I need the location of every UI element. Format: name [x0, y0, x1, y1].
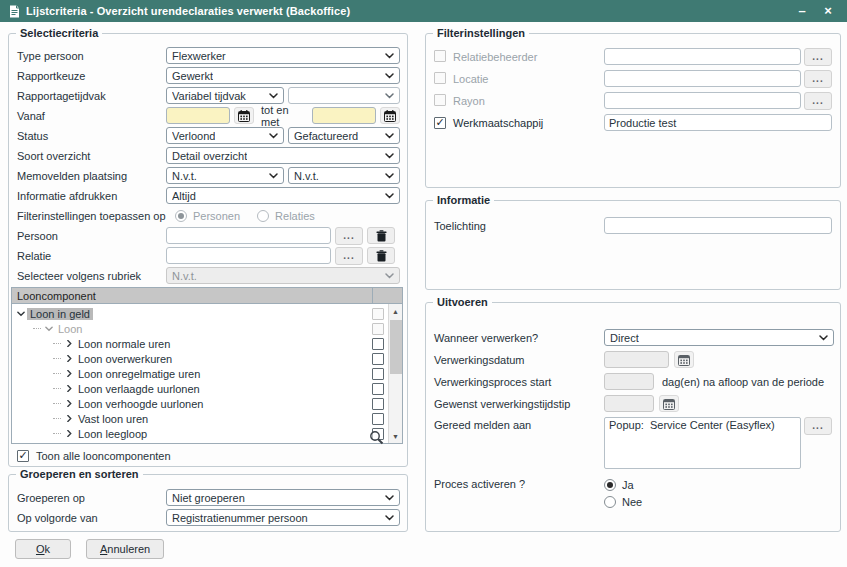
chevron-collapsed-icon[interactable] [63, 399, 75, 408]
tree-row[interactable]: Vast loon uren [12, 411, 388, 426]
rayon-input[interactable] [604, 92, 801, 109]
tree-item-checkbox[interactable] [372, 413, 384, 425]
tree-item-checkbox[interactable] [372, 398, 384, 410]
rayon-browse-button[interactable]: ... [804, 92, 832, 110]
tree-row[interactable]: Loon onregelmatige uren [12, 366, 388, 381]
relatiebeheerder-input[interactable] [604, 48, 801, 65]
chevron-down-icon [385, 173, 394, 179]
scroll-up-icon[interactable]: ▲ [389, 304, 403, 318]
gewenst-verwerkingstijdstip-input [604, 395, 654, 412]
tree-item-label[interactable]: Loon overwerkuren [75, 353, 175, 365]
nee-radio[interactable] [604, 496, 616, 508]
tree-row[interactable]: Loon verhoogde uurlonen [12, 396, 388, 411]
chevron-collapsed-icon[interactable] [63, 339, 75, 348]
relatie-browse-button[interactable]: ... [335, 247, 363, 265]
tree-row[interactable]: Loon [12, 321, 388, 336]
chevron-collapsed-icon[interactable] [63, 369, 75, 378]
tree-item-checkbox[interactable] [372, 323, 384, 335]
calendar-icon[interactable] [380, 107, 400, 124]
soort-overzicht-dropdown[interactable]: Detail overzicht [166, 147, 400, 164]
chevron-expanded-icon[interactable] [15, 311, 27, 317]
tree-row[interactable]: Loon in geld [12, 306, 388, 321]
gereed-melden-aan-textarea[interactable]: Popup: Service Center (Easyflex) [604, 417, 801, 469]
group-title: Selectiecriteria [16, 27, 102, 39]
annuleren-button[interactable]: Annuleren [86, 539, 164, 559]
chevron-down-icon [385, 515, 394, 521]
form-row: Memovelden plaatsing N.v.t. N.v.t. [17, 167, 400, 184]
rapportagetijdvak-dropdown[interactable]: Variabel tijdvak [166, 87, 284, 104]
locatie-browse-button[interactable]: ... [804, 70, 832, 88]
looncomponent-tree: Looncomponent Loon in geld Loon [11, 287, 403, 444]
tree-item-label[interactable]: Loon verhoogde uurlonen [75, 398, 206, 410]
tree-item-label[interactable]: Loon normale uren [75, 338, 173, 350]
persoon-clear-button[interactable] [367, 227, 395, 244]
werkmaatschappij-checkbox[interactable] [434, 117, 446, 129]
tree-header: Looncomponent [12, 288, 402, 304]
werkmaatschappij-input[interactable] [604, 114, 832, 131]
tree-item-checkbox[interactable] [372, 338, 384, 350]
window-title: Lijstcriteria - Overzicht urendeclaratie… [26, 5, 786, 17]
vanaf-date-input[interactable] [166, 107, 230, 124]
toelichting-input[interactable] [604, 217, 832, 234]
tree-item-label[interactable]: Vast loon uren [75, 413, 151, 425]
dropdown-value: Gefactureerd [294, 130, 358, 142]
dropdown-value: Gewerkt [172, 70, 213, 82]
informatie-afdrukken-dropdown[interactable]: Altijd [166, 187, 400, 204]
type-persoon-dropdown[interactable]: Flexwerker [166, 47, 400, 64]
chevron-collapsed-icon[interactable] [63, 414, 75, 423]
toon-alle-checkbox[interactable] [17, 450, 29, 462]
groeperen-op-dropdown[interactable]: Niet groeperen [166, 489, 400, 506]
chevron-collapsed-icon[interactable] [63, 354, 75, 363]
tree-item-label[interactable]: Loon leegloop [75, 428, 150, 440]
tree-row[interactable]: Loon overwerkuren [12, 351, 388, 366]
form-row: Informatie afdrukken Altijd [17, 187, 400, 204]
rayon-checkbox[interactable] [434, 94, 446, 106]
persoon-browse-button[interactable]: ... [335, 227, 363, 245]
locatie-label: Locatie [453, 73, 604, 85]
chevron-expanded-icon[interactable] [43, 326, 55, 332]
groeperen-op-label: Groeperen op [17, 492, 166, 504]
minimize-button[interactable]: – [792, 0, 812, 22]
status-dropdown[interactable]: Verloond [166, 127, 284, 144]
persoon-input[interactable] [166, 227, 331, 244]
relatiebeheerder-checkbox[interactable] [434, 50, 446, 62]
rapportkeuze-dropdown[interactable]: Gewerkt [166, 67, 400, 84]
relatie-clear-button[interactable] [367, 247, 395, 264]
calendar-icon [674, 351, 694, 368]
memovelden-sub-dropdown[interactable]: N.v.t. [288, 167, 400, 184]
locatie-checkbox[interactable] [434, 72, 446, 84]
locatie-input[interactable] [604, 70, 801, 87]
tree-item-label[interactable]: Loon in geld [27, 308, 93, 320]
wanneer-verwerken-dropdown[interactable]: Direct [604, 329, 834, 346]
relaties-radio[interactable] [257, 210, 269, 222]
tree-item-checkbox[interactable] [372, 383, 384, 395]
rapportagetijdvak-sub-dropdown[interactable] [288, 87, 400, 104]
tree-item-label[interactable]: Loon verlaagde uurlonen [75, 383, 203, 395]
status-sub-dropdown[interactable]: Gefactureerd [288, 127, 400, 144]
tree-row[interactable]: Loon leegloop [12, 426, 388, 441]
tot-en-met-date-input[interactable] [312, 107, 376, 124]
ok-button[interactable]: Ok [15, 539, 71, 559]
tree-item-checkbox[interactable] [372, 353, 384, 365]
scroll-down-icon[interactable]: ▼ [389, 429, 403, 443]
memovelden-dropdown[interactable]: N.v.t. [166, 167, 284, 184]
chevron-collapsed-icon[interactable] [63, 429, 75, 438]
tree-scrollbar[interactable]: ▲ ▼ [388, 304, 402, 443]
gereed-melden-aan-browse-button[interactable]: ... [804, 417, 832, 435]
tree-item-checkbox[interactable] [372, 308, 384, 320]
ja-radio[interactable] [604, 479, 616, 491]
tree-item-label[interactable]: Loon onregelmatige uren [75, 368, 203, 380]
tree-item-label[interactable]: Loon [55, 323, 85, 335]
tree-row[interactable]: Loon verlaagde uurlonen [12, 381, 388, 396]
calendar-icon[interactable] [234, 107, 254, 124]
relatie-input[interactable] [166, 247, 331, 264]
chevron-collapsed-icon[interactable] [63, 384, 75, 393]
personen-radio[interactable] [175, 210, 187, 222]
trash-icon [376, 250, 387, 262]
relatiebeheerder-browse-button[interactable]: ... [804, 48, 832, 66]
tree-item-checkbox[interactable] [372, 368, 384, 380]
tree-row[interactable]: Loon normale uren [12, 336, 388, 351]
close-button[interactable]: × [818, 0, 838, 22]
scrollbar-thumb[interactable] [390, 320, 402, 374]
op-volgorde-van-dropdown[interactable]: Registratienummer persoon [166, 509, 400, 526]
